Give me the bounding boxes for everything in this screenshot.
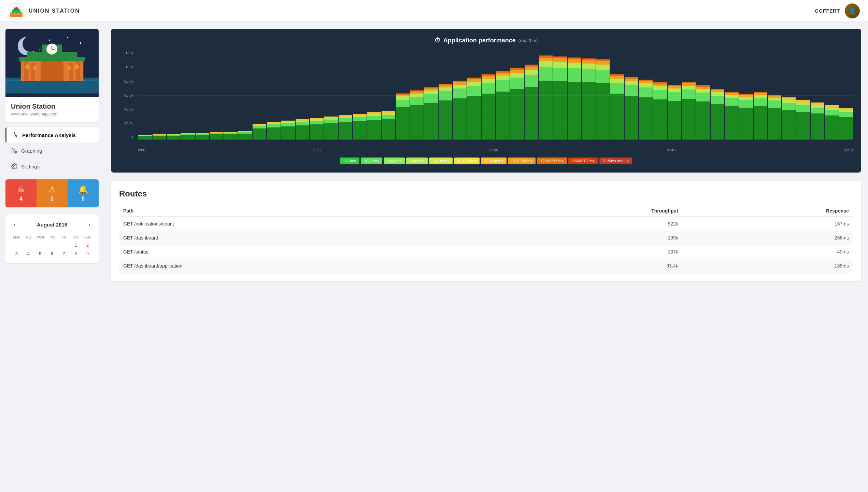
bar-group [496, 51, 510, 139]
alert-row: ☠ 4 ⚠ 2 🔔 5 [5, 179, 99, 207]
bar-group [439, 51, 452, 139]
bar-segment [682, 90, 696, 99]
bar-segment [625, 85, 638, 95]
bar-group [754, 51, 767, 139]
legend-item: 1280-2560ms [537, 158, 567, 164]
calendar-day-name: Tue [23, 234, 34, 241]
bar-segment [510, 73, 524, 78]
bar-segment [568, 68, 581, 82]
bar-segment [568, 59, 581, 63]
alert-warning[interactable]: ⚠ 2 [37, 179, 68, 207]
bar-segment [768, 108, 782, 139]
bar-segment [553, 81, 567, 139]
bar-group [668, 51, 681, 139]
bar-segment [539, 81, 553, 139]
bar-segment [439, 87, 452, 91]
logo-icon [8, 3, 25, 19]
chart-area: 120k100k80.0k60.0k40.0k20.0k0 [119, 51, 853, 147]
bar-segment [653, 84, 667, 86]
routes-table: Path Throughput Response GET /notificati… [119, 205, 853, 273]
calendar-day[interactable]: 8 [70, 250, 82, 258]
bar-group [339, 51, 352, 139]
app-name-label: Union Station [11, 102, 93, 110]
bar-group [167, 51, 181, 139]
bar-chart-icon [11, 147, 18, 154]
bar-segment [467, 82, 481, 86]
bar-segment [739, 97, 753, 100]
calendar-day[interactable]: 9 [82, 250, 93, 258]
y-axis-label: 60.0k [124, 93, 133, 97]
bar-group [353, 51, 367, 139]
calendar-day[interactable]: 1 [70, 241, 82, 249]
route-path: GET /dashboard/application [119, 259, 490, 273]
calendar-day[interactable]: 4 [23, 250, 34, 258]
bar-group [725, 51, 739, 139]
bar-group [482, 51, 495, 139]
alert-danger[interactable]: ☠ 4 [5, 179, 37, 207]
bar-segment [796, 105, 810, 112]
svg-rect-38 [12, 148, 13, 153]
calendar-day[interactable]: 7 [58, 250, 70, 258]
header: UNION STATION GOFFERT 👤 [0, 0, 868, 22]
alert-info[interactable]: 🔔 5 [68, 179, 99, 207]
bar-group [181, 51, 195, 139]
bar-segment [167, 136, 181, 139]
sidebar-item-settings[interactable]: Settings [5, 159, 99, 174]
bar-group [682, 51, 696, 139]
svg-point-41 [14, 166, 15, 167]
calendar-day-name: Wed [34, 234, 46, 241]
bar-segment [482, 94, 495, 139]
calendar-day[interactable]: 3 [11, 250, 22, 258]
bar-segment [739, 108, 753, 139]
bar-segment [439, 85, 452, 88]
calendar-next[interactable]: › [86, 220, 93, 230]
bar-segment [224, 134, 238, 139]
bar-segment [510, 89, 524, 139]
svg-rect-18 [5, 80, 99, 93]
calendar-empty-cell [46, 241, 58, 249]
route-throughput: 199k [490, 231, 682, 245]
bar-segment [496, 80, 510, 92]
bar-group [596, 51, 610, 139]
bar-segment [739, 100, 753, 108]
chart-bars [138, 51, 853, 140]
calendar-prev[interactable]: ‹ [11, 220, 18, 230]
bar-segment [281, 126, 295, 139]
bar-segment [382, 115, 395, 120]
bar-segment [668, 92, 681, 101]
bar-segment [310, 121, 324, 124]
bar-segment [825, 110, 839, 115]
routes-section: Routes Path Throughput Response GET /not… [111, 181, 861, 281]
svg-rect-39 [14, 150, 15, 153]
bar-segment [453, 98, 467, 139]
svg-rect-7 [14, 13, 16, 15]
sidebar-item-graphing[interactable]: Graphing [5, 143, 99, 158]
bar-segment [782, 110, 796, 139]
bar-segment [596, 65, 610, 70]
nav-graphing-label: Graphing [21, 148, 42, 154]
bar-group [224, 51, 238, 139]
sidebar-item-performance[interactable]: Performance Analysis [5, 127, 99, 142]
calendar-day[interactable]: 2 [82, 241, 93, 249]
bar-segment [253, 128, 266, 139]
calendar-day[interactable]: 6 [46, 250, 58, 258]
route-response: 40ms [682, 245, 853, 259]
svg-rect-6 [11, 13, 13, 15]
bar-segment [696, 89, 710, 93]
bar-segment [568, 63, 581, 68]
calendar-grid: MonTueWedThuFriSatSun123456789 [11, 234, 93, 258]
bar-segment [196, 135, 209, 139]
bar-segment [367, 116, 381, 120]
bar-group [382, 51, 395, 139]
route-response: 266ms [682, 231, 853, 245]
calendar-day[interactable]: 5 [34, 250, 46, 258]
bar-segment [596, 70, 610, 83]
y-axis-label: 120k [125, 51, 133, 55]
bar-group [367, 51, 381, 139]
bar-segment [153, 136, 166, 139]
gear-icon [11, 163, 18, 170]
bar-segment [725, 95, 739, 98]
bar-segment [496, 76, 510, 80]
bar-segment [253, 126, 266, 128]
bar-segment [653, 90, 667, 99]
